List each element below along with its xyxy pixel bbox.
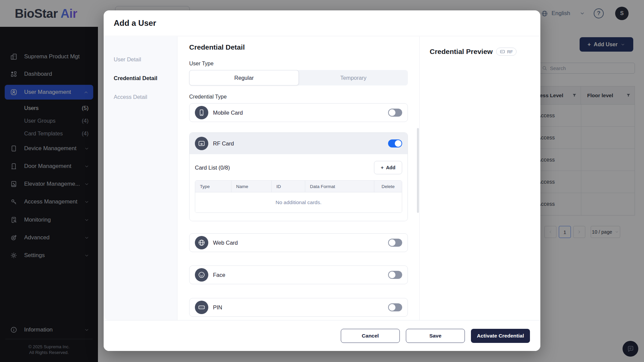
card-list-title: Card List (0/8) bbox=[195, 165, 230, 171]
credential-label: PIN bbox=[213, 304, 222, 311]
credential-type-label: Credential Type bbox=[189, 94, 408, 100]
plus-icon: + bbox=[381, 165, 383, 170]
step-credential-detail[interactable]: Credential Detail bbox=[104, 69, 177, 87]
add-user-modal: Add a User User Detail Credential Detail… bbox=[104, 10, 540, 351]
card-icon bbox=[500, 49, 505, 54]
column-delete: Delete bbox=[374, 181, 402, 192]
modal-footer: Cancel Save Activate Credential bbox=[104, 320, 540, 351]
app-root: BioStar Air English ? S Suprema Product … bbox=[0, 0, 644, 362]
modal-header: Add a User bbox=[104, 10, 540, 36]
credential-label: RF Card bbox=[213, 140, 234, 147]
rf-card-block: RF Card Card List (0/8) + Add Type bbox=[189, 132, 408, 221]
activate-credential-button[interactable]: Activate Credential bbox=[471, 329, 530, 343]
rf-badge: RF bbox=[496, 48, 517, 56]
step-access-detail[interactable]: Access Detail bbox=[104, 87, 177, 106]
save-button[interactable]: Save bbox=[406, 329, 465, 343]
empty-cards-message: No additional cards. bbox=[195, 192, 402, 213]
web-card-icon bbox=[195, 236, 208, 249]
credential-detail-panel: Credential Detail User Type Regular Temp… bbox=[178, 37, 419, 320]
card-list-table-header: Type Name ID Data Format Delete bbox=[195, 181, 402, 192]
face-toggle[interactable] bbox=[388, 271, 402, 279]
column-name: Name bbox=[231, 181, 272, 192]
add-card-button[interactable]: + Add bbox=[374, 161, 402, 174]
credential-label: Web Card bbox=[213, 240, 238, 246]
column-id: ID bbox=[272, 181, 305, 192]
user-type-temporary[interactable]: Temporary bbox=[299, 70, 408, 85]
card-list-header: Card List (0/8) + Add bbox=[195, 161, 402, 174]
step-user-detail[interactable]: User Detail bbox=[104, 50, 177, 69]
column-data-format: Data Format bbox=[305, 181, 374, 192]
mobile-card-icon bbox=[195, 106, 208, 119]
section-title: Credential Detail bbox=[189, 43, 408, 51]
rf-card-body: Card List (0/8) + Add Type Name ID Data … bbox=[190, 154, 408, 221]
toggle-knob bbox=[389, 239, 395, 246]
modal-steps: User Detail Credential Detail Access Det… bbox=[104, 37, 177, 320]
rf-card-toggle[interactable] bbox=[388, 139, 402, 147]
credential-row-pin: PIN bbox=[189, 298, 408, 317]
toggle-knob bbox=[389, 304, 395, 311]
user-type-label: User Type bbox=[189, 61, 408, 67]
web-card-toggle[interactable] bbox=[388, 239, 402, 247]
rf-card-icon bbox=[195, 137, 208, 150]
column-type: Type bbox=[195, 181, 231, 192]
credential-preview-panel: Credential Preview RF bbox=[419, 37, 540, 320]
modal-scrollbar[interactable] bbox=[417, 128, 419, 213]
credential-label: Face bbox=[213, 272, 225, 278]
pin-toggle[interactable] bbox=[388, 303, 402, 311]
mobile-card-toggle[interactable] bbox=[388, 109, 402, 117]
rf-badge-label: RF bbox=[507, 49, 513, 54]
toggle-knob bbox=[395, 140, 401, 147]
credential-row-mobile-card: Mobile Card bbox=[189, 103, 408, 122]
add-card-label: Add bbox=[386, 165, 395, 170]
card-list-table: Type Name ID Data Format Delete No addit… bbox=[195, 180, 402, 213]
toggle-knob bbox=[389, 272, 395, 278]
credential-preview-title: Credential Preview bbox=[430, 48, 493, 56]
credential-row-rf-card: RF Card bbox=[190, 133, 408, 154]
credential-preview-header: Credential Preview RF bbox=[430, 48, 540, 56]
credential-row-face: Face bbox=[189, 265, 408, 284]
modal-title: Add a User bbox=[114, 18, 156, 28]
cancel-button[interactable]: Cancel bbox=[341, 329, 400, 343]
toggle-knob bbox=[389, 109, 395, 116]
credential-label: Mobile Card bbox=[213, 110, 243, 116]
user-type-segmented: Regular Temporary bbox=[189, 70, 408, 85]
user-type-regular[interactable]: Regular bbox=[189, 70, 299, 85]
pin-icon bbox=[195, 301, 208, 314]
face-icon bbox=[195, 268, 208, 282]
credential-row-web-card: Web Card bbox=[189, 233, 408, 252]
